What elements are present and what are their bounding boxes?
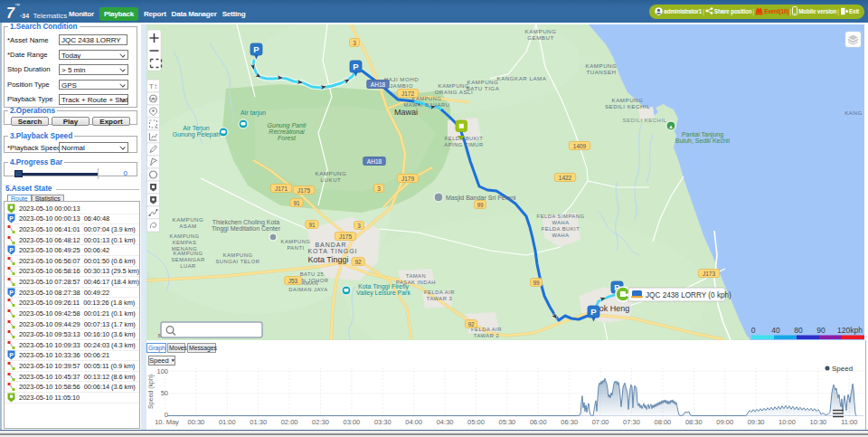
- svg-text:05:00: 05:00: [467, 418, 485, 426]
- svg-text:P: P: [9, 215, 14, 222]
- svg-text:KAMPUNG: KAMPUNG: [467, 79, 499, 85]
- svg-text:08:30: 08:30: [685, 418, 703, 426]
- svg-text:90: 90: [816, 326, 826, 335]
- svg-text:JQC 2438 LORRY (0 kph): JQC 2438 LORRY (0 kph): [646, 291, 731, 299]
- svg-text:KAMPUNG: KAMPUNG: [281, 239, 311, 244]
- svg-text:BANDAR: BANDAR: [315, 242, 346, 248]
- svg-text:10. May: 10. May: [155, 418, 179, 426]
- svg-text:P: P: [9, 289, 14, 295]
- svg-text:00:30: 00:30: [188, 418, 205, 426]
- svg-text:Kota Tinggi: Kota Tinggi: [307, 255, 348, 264]
- svg-text:50: 50: [161, 389, 168, 397]
- svg-text:T↕: T↕: [149, 82, 157, 90]
- svg-text:FELDA AIR: FELDA AIR: [424, 290, 455, 295]
- svg-text:40: 40: [771, 326, 780, 335]
- svg-text:TAMAN: TAMAN: [406, 273, 426, 279]
- svg-text:Recreational: Recreational: [269, 128, 305, 135]
- svg-text:J172: J172: [401, 90, 414, 97]
- svg-text:09:30: 09:30: [748, 418, 765, 426]
- svg-text:WAHA: WAHA: [552, 220, 569, 225]
- svg-text:02:30: 02:30: [312, 418, 329, 426]
- svg-text:05:30: 05:30: [499, 418, 516, 426]
- svg-text:SUNGAI TELOR: SUNGAI TELOR: [215, 259, 259, 264]
- svg-text:TUANSEH: TUANSEH: [586, 69, 616, 75]
- svg-text:WAHA: WAHA: [552, 233, 569, 238]
- svg-text:1409: 1409: [573, 143, 587, 149]
- svg-text:KANGKAR LAMA: KANGKAR LAMA: [497, 75, 547, 81]
- svg-text:J173: J173: [703, 271, 715, 277]
- svg-text:J175: J175: [339, 233, 352, 240]
- svg-text:TAWAR 2: TAWAR 2: [474, 333, 499, 338]
- svg-text:04:30: 04:30: [437, 418, 454, 426]
- svg-text:Lok Heng: Lok Heng: [595, 304, 630, 313]
- svg-text:GEMBUT: GEMBUT: [527, 34, 553, 41]
- svg-text:3: 3: [377, 185, 381, 192]
- svg-text:100: 100: [156, 367, 168, 375]
- svg-text:10:30: 10:30: [810, 418, 827, 426]
- svg-text:SEDILI KECHIL: SEDILI KECHIL: [605, 103, 650, 109]
- svg-text:91: 91: [293, 200, 300, 206]
- svg-text:0: 0: [751, 326, 756, 335]
- svg-text:APING TIMUR: APING TIMUR: [444, 142, 483, 147]
- svg-text:01:30: 01:30: [250, 418, 267, 426]
- svg-text:▲: ▲: [668, 124, 674, 129]
- svg-text:P: P: [353, 62, 359, 71]
- svg-text:PANTI: PANTI: [287, 245, 304, 251]
- svg-text:Forest: Forest: [278, 135, 297, 141]
- svg-text:3: 3: [357, 223, 361, 229]
- svg-text:KOTA TINGGI: KOTA TINGGI: [307, 248, 357, 254]
- svg-text:AH18: AH18: [371, 81, 386, 88]
- svg-text:KAMPUNG: KAMPUNG: [525, 28, 557, 34]
- svg-text:KAMPUNG: KAMPUNG: [316, 170, 347, 176]
- svg-text:Buluh, Sedili Kechil: Buluh, Sedili Kechil: [675, 138, 730, 144]
- svg-text:04:00: 04:00: [405, 418, 422, 426]
- svg-text:J179: J179: [401, 176, 414, 182]
- svg-text:03:00: 03:00: [344, 418, 361, 426]
- svg-text:P: P: [9, 352, 14, 358]
- svg-text:Speed (kph): Speed (kph): [147, 375, 155, 409]
- svg-text:11:00: 11:00: [841, 418, 857, 426]
- svg-text:92: 92: [467, 321, 475, 328]
- svg-text:JAMBIO: JAMBIO: [390, 82, 413, 89]
- svg-text:07:00: 07:00: [592, 418, 609, 426]
- svg-text:DAIMAN JAYA: DAIMAN JAYA: [288, 287, 327, 292]
- svg-text:KAMPUNG: KAMPUNG: [170, 233, 200, 239]
- svg-text:Tinggi Meditation Center: Tinggi Meditation Center: [212, 225, 281, 233]
- svg-text:ASAM: ASAM: [179, 223, 197, 229]
- svg-text:P: P: [253, 44, 259, 54]
- svg-text:LUAR: LUAR: [180, 263, 195, 269]
- svg-text:BATU 25: BATU 25: [300, 271, 325, 277]
- svg-text:KEMPAS: KEMPAS: [173, 240, 197, 245]
- svg-text:TAWAR 3: TAWAR 3: [427, 296, 452, 301]
- svg-text:06:30: 06:30: [561, 418, 578, 426]
- svg-text:KAMPUNG: KAMPUNG: [439, 82, 470, 89]
- svg-text:P: P: [9, 247, 14, 253]
- svg-text:09:00: 09:00: [716, 418, 733, 426]
- svg-text:Mawai: Mawai: [394, 108, 418, 117]
- svg-text:Speed: Speed: [832, 365, 853, 373]
- svg-text:J175: J175: [297, 187, 310, 194]
- svg-text:J53: J53: [288, 278, 298, 284]
- svg-text:P: P: [590, 307, 597, 317]
- svg-text:92: 92: [354, 259, 362, 265]
- svg-text:01:00: 01:00: [219, 418, 236, 426]
- svg-text:FELDA BUKIT: FELDA BUKIT: [542, 226, 580, 232]
- svg-text:KAMPUNG: KAMPUNG: [612, 97, 644, 103]
- svg-text:SEMANGAR: SEMANGAR: [171, 257, 204, 262]
- svg-text:KAMPUNG: KAMPUNG: [223, 252, 253, 258]
- svg-text:99: 99: [533, 280, 540, 286]
- svg-text:02:00: 02:00: [281, 418, 298, 426]
- svg-text:SEDILI KECHIL: SEDILI KECHIL: [623, 118, 667, 123]
- svg-text:J171: J171: [275, 185, 288, 192]
- svg-text:KANG: KANG: [844, 109, 863, 116]
- svg-text:08:00: 08:00: [655, 418, 672, 426]
- svg-text:FELDA SIMPANG: FELDA SIMPANG: [537, 214, 585, 219]
- svg-text:KAMPUNG: KAMPUNG: [586, 62, 618, 69]
- svg-text:80: 80: [794, 326, 803, 335]
- svg-text:Air tarjun: Air tarjun: [241, 109, 266, 117]
- svg-text:03:30: 03:30: [374, 418, 392, 426]
- svg-text:1422: 1422: [559, 175, 572, 181]
- svg-text:07:30: 07:30: [623, 418, 640, 426]
- svg-text:BATU TIGA: BATU TIGA: [467, 85, 500, 91]
- svg-text:LUKUT: LUKUT: [321, 176, 342, 183]
